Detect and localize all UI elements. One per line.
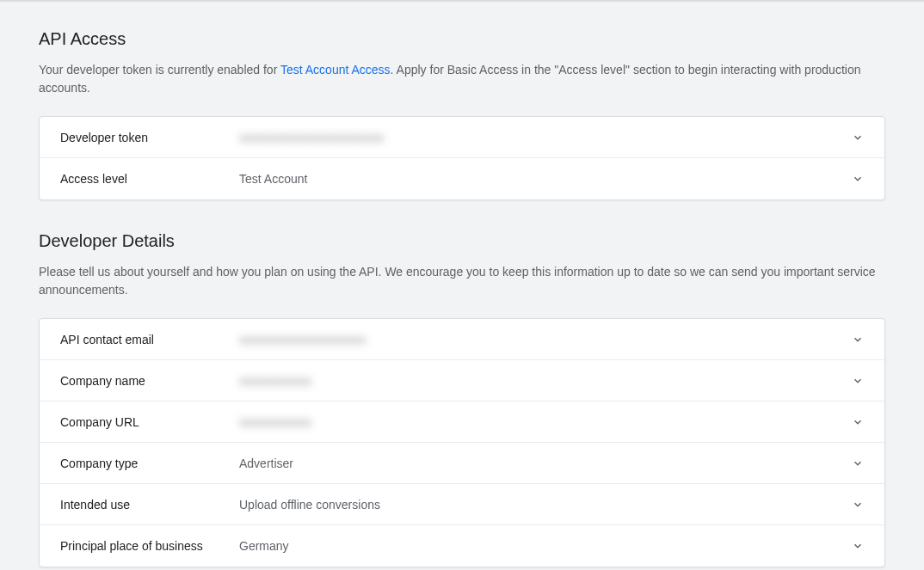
principal-place-row[interactable]: Principal place of business Germany [40, 525, 884, 567]
company-name-value: xxxxxxxxxxxx [239, 374, 852, 388]
company-name-row[interactable]: Company name xxxxxxxxxxxx [40, 360, 884, 401]
api-contact-email-value: xxxxxxxxxxxxxxxxxxxxx [239, 333, 852, 346]
company-type-label: Company type [60, 457, 239, 470]
access-level-value: Test Account [239, 172, 852, 186]
chevron-down-icon [852, 540, 864, 552]
api-access-card: Developer token xxxxxxxxxxxxxxxxxxxxxxxx… [39, 116, 885, 200]
api-contact-email-label: API contact email [60, 333, 239, 346]
intended-use-row[interactable]: Intended use Upload offline conversions [40, 484, 884, 525]
api-access-title: API Access [39, 29, 885, 49]
developer-details-description: Please tell us about yourself and how yo… [39, 263, 885, 299]
company-type-value: Advertiser [239, 457, 852, 470]
page-container: API Access Your developer token is curre… [0, 2, 924, 570]
principal-place-value: Germany [239, 539, 852, 553]
chevron-down-icon [852, 173, 864, 185]
api-access-desc-before: Your developer token is currently enable… [39, 63, 280, 77]
test-account-access-link[interactable]: Test Account Access [280, 63, 391, 77]
company-url-label: Company URL [60, 415, 239, 429]
company-url-value: xxxxxxxxxxxx [239, 415, 852, 429]
chevron-down-icon [852, 375, 864, 387]
intended-use-value: Upload offline conversions [239, 498, 852, 512]
api-contact-email-row[interactable]: API contact email xxxxxxxxxxxxxxxxxxxxx [40, 319, 884, 360]
principal-place-label: Principal place of business [60, 539, 239, 553]
chevron-down-icon [852, 132, 864, 144]
chevron-down-icon [852, 499, 864, 511]
intended-use-label: Intended use [60, 498, 239, 512]
developer-token-row[interactable]: Developer token xxxxxxxxxxxxxxxxxxxxxxxx [40, 117, 884, 158]
developer-token-value: xxxxxxxxxxxxxxxxxxxxxxxx [239, 131, 852, 144]
access-level-row[interactable]: Access level Test Account [40, 158, 884, 199]
developer-details-title: Developer Details [39, 231, 885, 251]
api-access-description: Your developer token is currently enable… [39, 61, 885, 97]
company-name-label: Company name [60, 374, 239, 388]
company-type-row[interactable]: Company type Advertiser [40, 443, 884, 484]
developer-details-card: API contact email xxxxxxxxxxxxxxxxxxxxx … [39, 318, 885, 567]
developer-token-label: Developer token [60, 131, 239, 144]
chevron-down-icon [852, 334, 864, 346]
chevron-down-icon [852, 457, 864, 469]
chevron-down-icon [852, 416, 864, 428]
access-level-label: Access level [60, 172, 239, 186]
company-url-row[interactable]: Company URL xxxxxxxxxxxx [40, 401, 884, 443]
